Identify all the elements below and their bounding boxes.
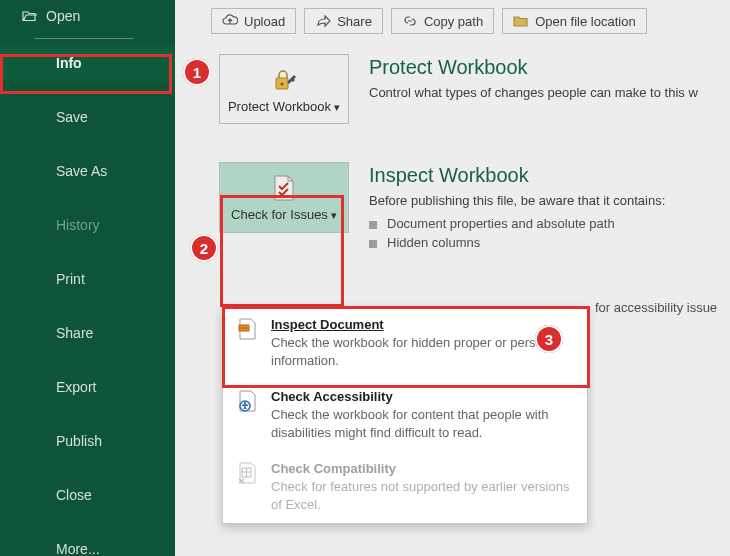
bullet-text-overflow: for accessibility issue <box>595 300 717 315</box>
bullet-text: Hidden columns <box>387 235 480 250</box>
tool-label: Upload <box>244 14 285 29</box>
dropdown-item-title: Check Accessibility <box>271 389 575 404</box>
sidebar-label: Open <box>46 8 80 24</box>
sidebar-label: Share <box>56 325 93 341</box>
sidebar-label: Print <box>56 271 85 287</box>
protect-workbook-desc: Control what types of changes people can… <box>369 85 720 100</box>
sidebar-label: Export <box>56 379 96 395</box>
bigbtn-label: Check for Issues <box>224 207 344 223</box>
check-for-issues-dropdown: Inspect Document Check the workbook for … <box>222 306 588 524</box>
sidebar-label: More... <box>56 541 100 556</box>
sidebar-item-save-as[interactable]: Save As <box>0 153 175 189</box>
dropdown-item-desc: Check the workbook for hidden proper or … <box>271 334 575 369</box>
svg-point-5 <box>244 402 246 404</box>
dropdown-item-title: Check Compatibility <box>271 461 575 476</box>
inspect-workbook-section: Check for Issues Inspect Workbook Before… <box>175 152 730 283</box>
sidebar-item-open[interactable]: Open <box>0 0 175 32</box>
svg-point-1 <box>281 83 284 86</box>
share-button[interactable]: Share <box>304 8 383 34</box>
dropdown-item-desc: Check for features not supported by earl… <box>271 478 575 513</box>
document-check-icon <box>224 173 344 203</box>
sidebar-label: Save <box>56 109 88 125</box>
protect-workbook-title: Protect Workbook <box>369 56 720 79</box>
protect-workbook-button[interactable]: Protect Workbook <box>219 54 349 124</box>
copy-path-button[interactable]: Copy path <box>391 8 494 34</box>
compatibility-icon <box>235 461 261 487</box>
sidebar-label: Close <box>56 487 92 503</box>
dropdown-item-check-accessibility[interactable]: Check Accessibility Check the workbook f… <box>223 379 587 451</box>
inspect-workbook-title: Inspect Workbook <box>369 164 720 187</box>
sidebar-item-info[interactable]: Info <box>0 45 175 81</box>
backstage-sidebar: Open Info Save Save As History Print Sha… <box>0 0 175 556</box>
sidebar-item-close[interactable]: Close <box>0 477 175 513</box>
accessibility-icon <box>235 389 261 415</box>
sidebar-item-share[interactable]: Share <box>0 315 175 351</box>
folder-icon <box>513 13 529 29</box>
list-item: Hidden columns <box>369 235 720 250</box>
dropdown-item-title: Inspect Document <box>271 317 575 332</box>
check-for-issues-button[interactable]: Check for Issues <box>219 162 349 232</box>
share-arrow-icon <box>315 13 331 29</box>
bullet-text: Document properties and absolute path <box>387 216 615 231</box>
upload-button[interactable]: Upload <box>211 8 296 34</box>
link-icon <box>402 13 418 29</box>
inspect-workbook-desc: Before publishing this file, be aware th… <box>369 193 720 208</box>
sidebar-item-more[interactable]: More... <box>0 531 175 556</box>
sidebar-label: Publish <box>56 433 102 449</box>
sidebar-label: Save As <box>56 163 107 179</box>
tool-label: Open file location <box>535 14 635 29</box>
dropdown-item-desc: Check the workbook for content that peop… <box>271 406 575 441</box>
protect-workbook-section: Protect Workbook Protect Workbook Contro… <box>175 44 730 134</box>
sidebar-label: History <box>56 217 100 233</box>
tool-label: Share <box>337 14 372 29</box>
sidebar-item-save[interactable]: Save <box>0 99 175 135</box>
sidebar-item-publish[interactable]: Publish <box>0 423 175 459</box>
sidebar-item-print[interactable]: Print <box>0 261 175 297</box>
lock-key-icon <box>224 65 344 95</box>
sidebar-separator <box>34 38 134 39</box>
inspect-document-icon <box>235 317 261 343</box>
info-toolbar: Upload Share Copy path Open file locatio… <box>175 0 730 44</box>
list-item: Document properties and absolute path <box>369 216 720 231</box>
open-file-location-button[interactable]: Open file location <box>502 8 646 34</box>
folder-open-icon <box>22 8 38 24</box>
dropdown-item-inspect-document[interactable]: Inspect Document Check the workbook for … <box>223 307 587 379</box>
bigbtn-label: Protect Workbook <box>224 99 344 115</box>
inspect-bullet-list: Document properties and absolute path Hi… <box>369 216 720 269</box>
tool-label: Copy path <box>424 14 483 29</box>
svg-rect-3 <box>239 328 249 329</box>
dropdown-item-check-compatibility: Check Compatibility Check for features n… <box>223 451 587 523</box>
sidebar-item-export[interactable]: Export <box>0 369 175 405</box>
sidebar-label: Info <box>56 55 82 71</box>
sidebar-item-history: History <box>0 207 175 243</box>
cloud-upload-icon <box>222 13 238 29</box>
